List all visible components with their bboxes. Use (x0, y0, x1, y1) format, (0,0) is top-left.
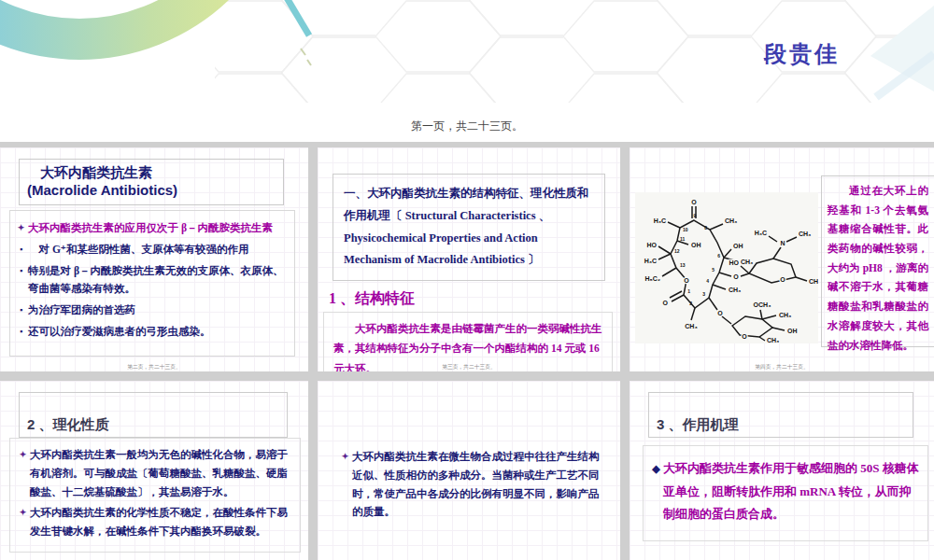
list-item: ▪ 还可以治疗爱滋病患者的弓形虫感染。 (14, 323, 289, 342)
chem-label-h3c: H₃C (654, 217, 666, 224)
square-bullet-icon: ▪ (14, 262, 28, 300)
title-slide: 段贵佳 第一页，共二十三页。 (0, 0, 934, 142)
slide2-title-box: 大环内酯类抗生素 (Macrolide Antibiotics) (19, 159, 284, 205)
ring-number: 13 (680, 262, 686, 268)
chem-label-ho: HO (729, 259, 740, 266)
bullet-text: 为治疗军团病的首选药 (28, 301, 135, 320)
square-bullet-icon: ▪ (14, 301, 28, 320)
bullet-text: 对 G⁺和某些阴性菌、支原体等有较强的作用 (28, 241, 248, 259)
page-1-caption: 第一页，共二十三页。 (0, 119, 934, 134)
bullet-text: 大环内酯类抗生素的化学性质不稳定，在酸性条件下易发生苷键水解，在碱性条件下其内酯… (30, 504, 294, 541)
chem-label-ch3: CH₃ (767, 337, 779, 343)
chem-label-ch3: CH₃ (779, 312, 791, 318)
ring-number: 5 (712, 267, 715, 273)
slide3-section-heading: 1 、结构特征 (329, 289, 620, 309)
star-bullet-icon: ✦ (14, 219, 28, 238)
bullet-text: 大环内酯类抗生素在微生物合成过程中往往产生结构近似、性质相仿的多种成分。当菌种或… (352, 448, 607, 522)
chem-label-h3c: H₃C (755, 230, 767, 236)
chem-label-och3: OCH₃ (754, 301, 771, 308)
bullet-text: 特别是对 β－内酰胺类抗生素无效的支原体、衣原体、弯曲菌等感染有特效。 (28, 262, 289, 300)
slide2-title-cn: 大环内酯类抗生素 (27, 164, 276, 182)
slide5-content-box: ✦ 大环内酯类抗生素一般均为无色的碱性化合物，易溶于有机溶剂。可与酸成盐〔葡萄糖… (9, 438, 301, 553)
ring-number: 10 (683, 227, 688, 232)
slide2-content-box: ✦ 大环内酯类抗生素的应用仅次于 β－内酰胺类抗生素 ▪ 对 G⁺和某些阴性菌、… (9, 210, 295, 357)
chem-label-h5c2: H₅C₂ (645, 275, 660, 282)
star-bullet-icon: ✦ (16, 504, 30, 541)
list-item: ▪ 特别是对 β－内酰胺类抗生素无效的支原体、衣原体、弯曲菌等感染有特效。 (14, 262, 289, 300)
slide5-heading: 2 、理化性质 (27, 416, 109, 434)
chem-label-ch3: CH₃ (725, 217, 737, 224)
chem-label-oh: OH (691, 242, 701, 248)
slide-thumbnail-6[interactable]: ✦ 大环内酯类抗生素在微生物合成过程中往往产生结构近似、性质相仿的多种成分。当菌… (318, 381, 620, 560)
slide-thumbnail-4[interactable]: O H₃C OH HO H₃C H₅C₂ O O CH₃ O CH₃ O OH … (630, 147, 934, 371)
chem-label-h3c: H₃C (644, 258, 657, 264)
ring-number: 8 (704, 225, 707, 231)
ring-number: 9 (694, 213, 697, 218)
slide-thumbnail-7[interactable]: 3 、作用机理 ◆ 大环内酯类抗生素作用于敏感细胞的 50S 核糖体亚单位，阻断… (630, 381, 934, 560)
chem-label-ring-o: O (780, 276, 785, 283)
diamond-bullet-icon: ◆ (649, 457, 663, 526)
list-item: ▪ 对 G⁺和某些阴性菌、支原体等有较强的作用 (14, 241, 289, 259)
list-item: ▪ 为治疗军团病的首选药 (14, 301, 289, 320)
square-bullet-icon: ▪ (14, 241, 28, 259)
slide5-title-box: 2 、理化性质 (19, 392, 288, 438)
slide-thumbnail-3[interactable]: 一、大环内酯类抗生素的结构特征、理化性质和作用机理〔 Structural Ch… (318, 147, 620, 371)
square-bullet-icon: ▪ (14, 323, 28, 342)
star-bullet-icon: ✦ (16, 446, 30, 501)
ring-number: 3 (702, 291, 705, 297)
document-preview-page: 段贵佳 第一页，共二十三页。 大环内酯类抗生素 (Macrolide Antib… (0, 0, 934, 560)
slide7-title-box: 3 、作用机理 (648, 392, 913, 438)
ring-number: 2 (689, 301, 692, 306)
chem-label-o: O (691, 199, 697, 205)
chem-label-o: O (733, 273, 739, 280)
slide7-content-box: ◆ 大环内酯类抗生素作用于敏感细胞的 50S 核糖体亚单位，阻断转肽作用和 mR… (643, 445, 928, 541)
ring-number: 11 (680, 236, 686, 242)
slide3-title-box: 一、大环内酯类抗生素的结构特征、理化性质和作用机理〔 Structural Ch… (333, 174, 605, 281)
chem-label-ring-o: O (684, 277, 689, 284)
slide2-title-en: (Macrolide Antibiotics) (27, 182, 276, 198)
ring-number: 12 (674, 248, 680, 254)
slide6-content: ✦ 大环内酯类抗生素在微生物合成过程中往往产生结构近似、性质相仿的多种成分。当菌… (338, 448, 607, 522)
chem-label-ch3: CH₃ (685, 323, 697, 329)
chem-label-ch3: CH₃ (799, 231, 811, 237)
thumbnail-caption: 第四页，共二十三页。 (672, 363, 892, 371)
slide-thumbnail-5[interactable]: 2 、理化性质 ✦ 大环内酯类抗生素一般均为无色的碱性化合物，易溶于有机溶剂。可… (0, 381, 308, 560)
thumbnail-caption: 第二页，共二十三页。 (43, 363, 265, 371)
list-item: ✦ 大环内酯类抗生素的应用仅次于 β－内酰胺类抗生素 (14, 219, 289, 238)
ring-number: 6 (717, 253, 720, 259)
chem-label-ring-o: O (742, 333, 747, 340)
chem-label-o: O (717, 310, 723, 316)
chem-label-n: N (780, 240, 785, 246)
bullet-text: 大环内酯类抗生素的应用仅次于 β－内酰胺类抗生素 (28, 219, 273, 238)
author-name: 段贵佳 (764, 39, 840, 69)
chem-label-ch3: CH₃ (729, 287, 741, 293)
slide7-heading: 3 、作用机理 (657, 416, 739, 434)
chem-label-ch3: CH₃ (809, 278, 818, 285)
chem-label-ho: HO (647, 242, 658, 248)
bullet-text: 大环内酯类抗生素一般均为无色的碱性化合物，易溶于有机溶剂。可与酸成盐〔葡萄糖酸盐… (30, 446, 294, 501)
chem-label-oh: OH (787, 328, 798, 334)
ring-number: 4 (706, 278, 709, 284)
bullet-text: 大环内酯类抗生素作用于敏感细胞的 50S 核糖体亚单位，阻断转肽作用和 mRNA… (663, 457, 922, 526)
chem-label-oh: OH (733, 243, 743, 249)
star-bullet-icon: ✦ (338, 448, 352, 522)
ring-number: 1 (687, 288, 690, 294)
thumbnail-caption: 第三页，共二十三页。 (360, 363, 577, 371)
list-item: ✦ 大环内酯类抗生素在微生物合成过程中往往产生结构近似、性质相仿的多种成分。当菌… (338, 448, 607, 522)
chem-label-o: O (663, 300, 669, 306)
erythromycin-structure: O H₃C OH HO H₃C H₅C₂ O O CH₃ O CH₃ O OH … (635, 192, 818, 343)
list-item: ✦ 大环内酯类抗生素的化学性质不稳定，在酸性条件下易发生苷键水解，在碱性条件下其… (16, 504, 294, 541)
slide-grid: 大环内酯类抗生素 (Macrolide Antibiotics) ✦ 大环内酯类… (0, 147, 934, 560)
list-item: ✦ 大环内酯类抗生素一般均为无色的碱性化合物，易溶于有机溶剂。可与酸成盐〔葡萄糖… (16, 446, 294, 501)
slide4-body-text: 通过在大环上的羟基和 1-3 个去氧氨基糖缩合碱性苷。此类药物的碱性较弱，大约为… (821, 175, 934, 347)
slide-thumbnail-2[interactable]: 大环内酯类抗生素 (Macrolide Antibiotics) ✦ 大环内酯类… (0, 147, 308, 371)
erythromycin-structure-image: O H₃C OH HO H₃C H₅C₂ O O CH₃ O CH₃ O OH … (635, 192, 818, 343)
bullet-text: 还可以治疗爱滋病患者的弓形虫感染。 (28, 323, 211, 342)
chem-label-ch3: CH₃ (741, 259, 753, 265)
list-item: ◆ 大环内酯类抗生素作用于敏感细胞的 50S 核糖体亚单位，阻断转肽作用和 mR… (649, 457, 922, 526)
